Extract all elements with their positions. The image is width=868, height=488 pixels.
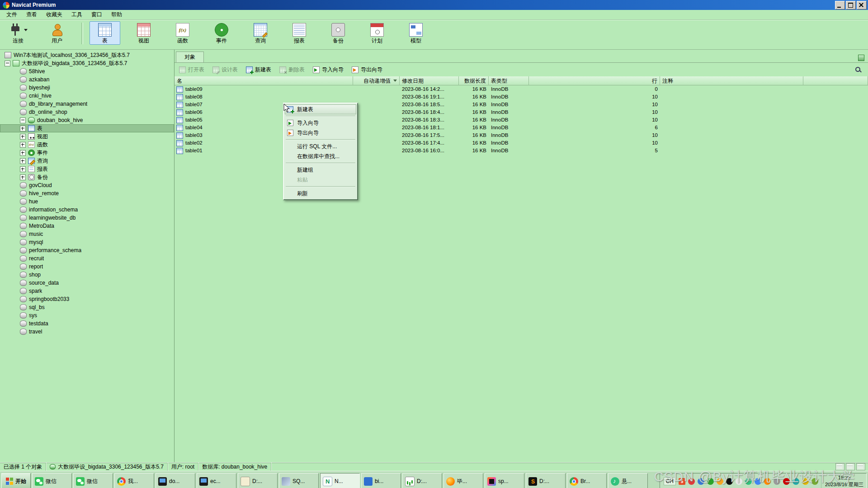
expander-plus-icon[interactable] bbox=[20, 142, 26, 148]
context-menu-item[interactable]: 新建表 bbox=[285, 104, 356, 114]
table-row[interactable]: table012023-08-16 16:0...16 KBInnoDB5 bbox=[175, 147, 868, 155]
toolbar-button-report[interactable]: 报表 bbox=[284, 21, 315, 45]
tree-item[interactable]: cnki_hive bbox=[0, 92, 174, 100]
start-button[interactable]: 开始 bbox=[1, 473, 31, 488]
tree-item[interactable]: report bbox=[0, 263, 174, 271]
context-menu-item[interactable]: 运行 SQL 文件... bbox=[285, 141, 356, 151]
taskbar-app-chrome[interactable]: Br... bbox=[567, 473, 607, 488]
toolbar-button-query[interactable]: 查询 bbox=[245, 21, 276, 45]
search-icon[interactable] bbox=[854, 66, 862, 73]
column-header[interactable]: 修改日期 bbox=[400, 76, 459, 85]
toolbar-button-connection[interactable]: 连接 bbox=[3, 21, 33, 45]
taskbar-app-sqlyog[interactable]: SQ... bbox=[279, 473, 319, 488]
column-header[interactable]: 注释 bbox=[660, 76, 803, 85]
context-menu-item[interactable]: 在数据库中查找... bbox=[285, 151, 356, 161]
tree-item[interactable]: azkaban bbox=[0, 75, 174, 84]
context-menu-item[interactable]: 导出向导 bbox=[285, 128, 356, 138]
taskbar-app-intellij[interactable]: sp... bbox=[485, 473, 524, 488]
tree-item[interactable]: 备份 bbox=[0, 173, 174, 181]
toolbar-button-view[interactable]: 视图 bbox=[128, 21, 159, 45]
toolbar-button-table[interactable]: 表 bbox=[90, 21, 120, 45]
tree-item[interactable]: source_data bbox=[0, 279, 174, 287]
toolbar-button-backup[interactable]: 备份 bbox=[323, 21, 354, 45]
tree-item[interactable]: music bbox=[0, 230, 174, 238]
dropdown-arrow-icon[interactable] bbox=[24, 29, 28, 33]
expander-plus-icon[interactable] bbox=[20, 158, 26, 164]
taskbar-app-chart[interactable]: D:... bbox=[402, 473, 442, 488]
tree-item[interactable]: sys bbox=[0, 311, 174, 319]
taskbar-app-notepad[interactable]: D:... bbox=[238, 473, 278, 488]
tree-item[interactable]: spark bbox=[0, 287, 174, 295]
toolbar-button-event[interactable]: 事件 bbox=[206, 21, 237, 45]
expander-plus-icon[interactable] bbox=[20, 150, 26, 156]
tree-item[interactable]: recruit bbox=[0, 254, 174, 263]
toolbar-button-user[interactable]: 用户 bbox=[42, 21, 72, 45]
expander-plus-icon[interactable] bbox=[20, 134, 26, 140]
objbar-button-delete-table[interactable]: 删除表 bbox=[279, 66, 305, 74]
tree-item[interactable]: shop bbox=[0, 271, 174, 279]
tree-item[interactable]: springbootb2033 bbox=[0, 295, 174, 303]
tree-item[interactable]: testdata bbox=[0, 319, 174, 328]
tree-item[interactable]: 大数据毕设_bigdata_3306_123456_版本5.7 bbox=[0, 59, 174, 67]
tree-item[interactable]: travel bbox=[0, 328, 174, 336]
tree-item[interactable]: MetroData bbox=[0, 222, 174, 230]
taskbar-app-wechat[interactable]: 微信 bbox=[73, 473, 113, 488]
menu-item[interactable]: 帮助 bbox=[107, 10, 127, 19]
tree-item[interactable]: information_schema bbox=[0, 206, 174, 214]
tree-item[interactable]: learningwebsite_db bbox=[0, 214, 174, 222]
column-header[interactable]: 名 bbox=[175, 76, 353, 85]
menu-item[interactable]: 收藏夹 bbox=[42, 10, 67, 19]
tree-item[interactable]: 表 bbox=[0, 124, 174, 132]
tree-item[interactable]: hive_remote bbox=[0, 189, 174, 197]
taskbar-app-navicat[interactable]: N... bbox=[320, 473, 360, 488]
table-row[interactable]: table042023-08-16 18:1...16 KBInnoDB6 bbox=[175, 124, 868, 131]
menu-item[interactable]: 文件 bbox=[2, 10, 22, 19]
table-row[interactable]: table062023-08-16 18:4...16 KBInnoDB10 bbox=[175, 108, 868, 116]
expander-minus-icon[interactable] bbox=[20, 117, 26, 123]
taskbar-app-chrome[interactable]: 我... bbox=[114, 473, 154, 488]
taskbar-app-wechat[interactable]: 微信 bbox=[32, 473, 72, 488]
tree-item[interactable]: sql_bs bbox=[0, 303, 174, 311]
column-header[interactable]: 行 bbox=[529, 76, 660, 85]
objbar-button-open-table[interactable]: 打开表 bbox=[179, 66, 204, 74]
column-header[interactable]: 数据长度 bbox=[459, 76, 489, 85]
objbar-button-new-table[interactable]: 新建表 bbox=[246, 66, 271, 74]
taskbar-app-qqmusic[interactable]: 悬... bbox=[608, 473, 648, 488]
tree-item[interactable]: hue bbox=[0, 197, 174, 206]
tree-item[interactable]: performance_schema bbox=[0, 246, 174, 254]
tree-item[interactable]: mysql bbox=[0, 238, 174, 246]
tree-item[interactable]: db_library_management bbox=[0, 100, 174, 108]
close-button[interactable] bbox=[857, 1, 867, 9]
menu-item[interactable]: 查看 bbox=[22, 10, 42, 19]
taskbar-app-firefox[interactable]: 毕... bbox=[443, 473, 483, 488]
objbar-button-design-table[interactable]: 设计表 bbox=[212, 66, 238, 74]
tree-item[interactable]: Win7本地测试_localhost_3306_123456_版本5.7 bbox=[0, 51, 174, 59]
table-row[interactable]: table022023-08-16 17:4...16 KBInnoDB10 bbox=[175, 139, 868, 147]
taskbar-app-sblack[interactable]: D:... bbox=[526, 473, 566, 488]
filter-arrow-icon[interactable] bbox=[393, 80, 397, 84]
tab-objects[interactable]: 对象 bbox=[176, 52, 204, 62]
tree-item[interactable]: 查询 bbox=[0, 157, 174, 165]
taskbar-app-bluedoc[interactable]: bi... bbox=[361, 473, 401, 488]
column-header[interactable]: 表类型 bbox=[489, 76, 529, 85]
objbar-button-export[interactable]: 导出向导 bbox=[352, 66, 382, 74]
toolbar-button-model[interactable]: 模型 bbox=[401, 21, 431, 45]
tree-item[interactable]: 事件 bbox=[0, 149, 174, 157]
context-menu-item[interactable]: 粘贴 bbox=[285, 175, 356, 185]
tree-item[interactable]: 58hive bbox=[0, 67, 174, 75]
menu-item[interactable]: 窗口 bbox=[87, 10, 107, 19]
toolbar-button-function[interactable]: 函数 bbox=[167, 21, 198, 45]
expander-minus-icon[interactable] bbox=[5, 61, 10, 66]
view-mode-er-icon[interactable] bbox=[856, 463, 865, 470]
minimize-button[interactable] bbox=[835, 1, 845, 9]
taskbar-app-pc[interactable]: ec... bbox=[197, 473, 236, 488]
tree-item[interactable]: 报表 bbox=[0, 165, 174, 173]
context-menu-item[interactable]: 新建组 bbox=[285, 165, 356, 175]
tree-item[interactable]: biyesheji bbox=[0, 84, 174, 92]
table-row[interactable]: table092023-08-16 14:2...16 KBInnoDB0 bbox=[175, 85, 868, 93]
menu-item[interactable]: 工具 bbox=[67, 10, 87, 19]
context-menu-item[interactable]: 导入向导 bbox=[285, 118, 356, 128]
table-row[interactable]: table082023-08-16 19:1...16 KBInnoDB10 bbox=[175, 93, 868, 101]
table-row[interactable]: table072023-08-16 18:5...16 KBInnoDB10 bbox=[175, 101, 868, 108]
expander-plus-icon[interactable] bbox=[20, 166, 26, 172]
